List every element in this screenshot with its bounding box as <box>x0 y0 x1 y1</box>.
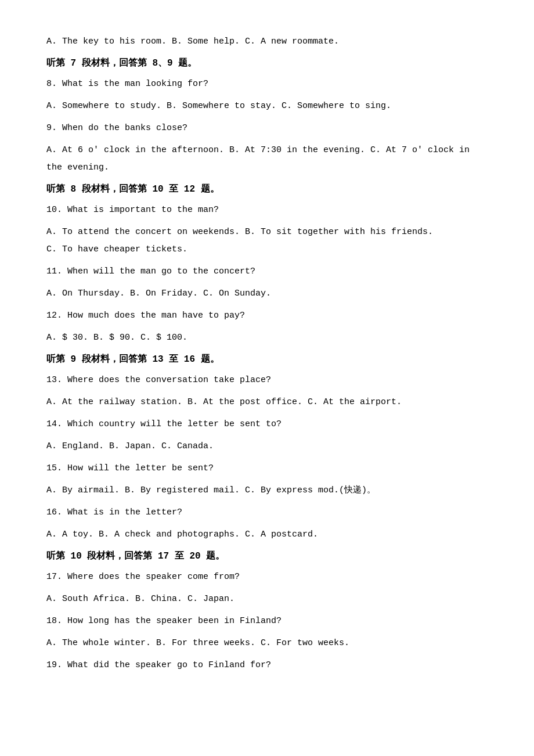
question-9: 9. When do the banks close? <box>46 121 488 135</box>
question-18-options: A. The whole winter. B. For three weeks.… <box>46 636 488 650</box>
question-8: 8. What is the man looking for? <box>46 77 488 91</box>
question-14: 14. Which country will the letter be sen… <box>46 417 488 431</box>
section-9-heading: 听第 9 段材料，回答第 13 至 16 题。 <box>46 353 488 365</box>
question-10-options-b: C. To have cheaper tickets. <box>46 243 488 257</box>
question-11: 11. When will the man go to the concert? <box>46 265 488 279</box>
question-17: 17. Where does the speaker come from? <box>46 570 488 584</box>
question-9-options-a: A. At 6 o' clock in the afternoon. B. At… <box>46 143 488 157</box>
question-17-options: A. South Africa. B. China. C. Japan. <box>46 592 488 606</box>
question-9-options-b: the evening. <box>46 161 488 175</box>
question-10: 10. What is important to the man? <box>46 203 488 217</box>
page-content: A. The key to his room. B. Some help. C.… <box>46 35 488 672</box>
question-19: 19. What did the speaker go to Finland f… <box>46 658 488 672</box>
question-11-options: A. On Thursday. B. On Friday. C. On Sund… <box>46 287 488 301</box>
question-18: 18. How long has the speaker been in Fin… <box>46 614 488 628</box>
question-14-options: A. England. B. Japan. C. Canada. <box>46 440 488 453</box>
question-8-options: A. Somewhere to study. B. Somewhere to s… <box>46 99 488 113</box>
question-13-options: A. At the railway station. B. At the pos… <box>46 395 488 409</box>
question-16-options: A. A toy. B. A check and photographs. C.… <box>46 528 488 542</box>
question-15-options: A. By airmail. B. By registered mail. C.… <box>46 484 488 498</box>
question-16: 16. What is in the letter? <box>46 506 488 520</box>
question-12: 12. How much does the man have to pay? <box>46 309 488 323</box>
line-answer-options: A. The key to his room. B. Some help. C.… <box>46 35 488 49</box>
section-8-heading: 听第 8 段材料，回答第 10 至 12 题。 <box>46 183 488 195</box>
question-13: 13. Where does the conversation take pla… <box>46 373 488 387</box>
question-10-options-a: A. To attend the concert on weekends. B.… <box>46 225 488 239</box>
question-12-options: A. $ 30. B. $ 90. C. $ 100. <box>46 331 488 345</box>
section-10-heading: 听第 10 段材料，回答第 17 至 20 题。 <box>46 550 488 562</box>
question-15: 15. How will the letter be sent? <box>46 462 488 476</box>
section-7-heading: 听第 7 段材料，回答第 8、9 题。 <box>46 57 488 69</box>
